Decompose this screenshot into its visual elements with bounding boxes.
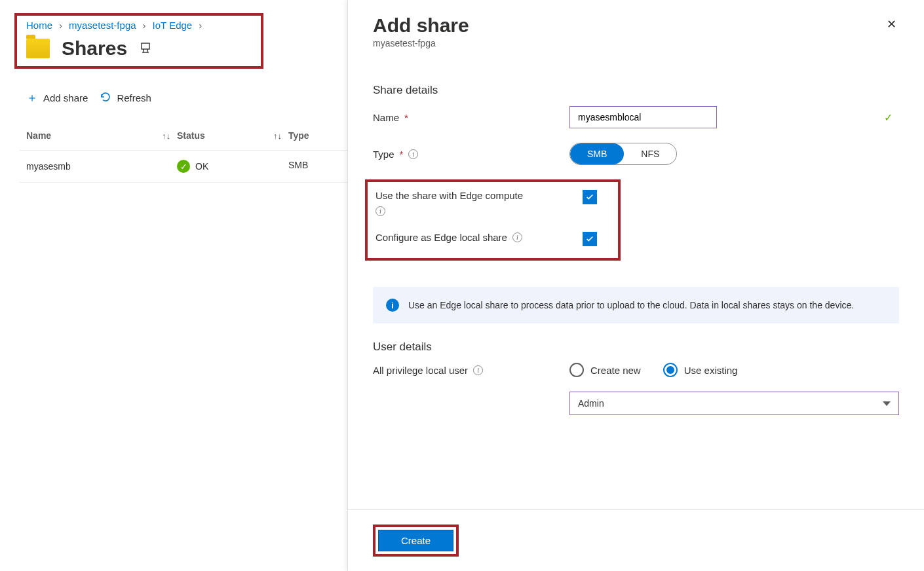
info-banner-text: Use an Edge local share to process data … <box>408 299 854 312</box>
create-highlight: Create <box>373 525 459 557</box>
table-row[interactable]: myasesmb ✓ OK SMB <box>20 151 347 183</box>
info-icon[interactable]: i <box>512 232 522 242</box>
col-type-header[interactable]: Type <box>288 130 309 141</box>
close-icon[interactable]: ✕ <box>884 14 899 34</box>
panel-title: Add share <box>373 14 469 37</box>
user-select-value: Admin <box>578 398 604 409</box>
ok-icon: ✓ <box>177 160 190 173</box>
col-status-header[interactable]: Status <box>177 130 205 141</box>
edge-compute-checkbox[interactable] <box>583 190 597 204</box>
create-button[interactable]: Create <box>378 530 453 551</box>
add-share-label: Add share <box>43 92 88 103</box>
check-icon: ✓ <box>884 111 893 124</box>
add-share-panel: Add share myasetest-fpga ✕ Share details… <box>347 0 924 571</box>
folder-icon <box>26 39 50 58</box>
row-name: myasesmb <box>26 161 71 172</box>
info-icon[interactable]: i <box>473 365 483 375</box>
breadcrumb-resource[interactable]: myasetest-fpga <box>69 20 136 31</box>
radio-use-existing[interactable]: Use existing <box>663 363 738 377</box>
type-segmented[interactable]: SMB NFS <box>569 143 677 165</box>
refresh-label: Refresh <box>117 92 151 103</box>
local-share-label: Configure as Edge local share <box>375 232 507 243</box>
sort-icon[interactable]: ↑↓ <box>162 131 177 141</box>
sort-icon[interactable]: ↑↓ <box>273 131 288 141</box>
info-banner: i Use an Edge local share to process dat… <box>373 287 899 323</box>
required-icon: * <box>400 149 404 160</box>
panel-subtitle: myasetest-fpga <box>373 38 469 48</box>
table-header: Name↑↓ Status↑↓ Type <box>20 121 347 151</box>
radio-icon <box>569 363 584 377</box>
col-name-header[interactable]: Name <box>26 130 51 141</box>
header-highlight: Home › myasetest-fpga › IoT Edge › Share… <box>14 13 263 69</box>
name-input[interactable] <box>569 106 717 128</box>
edge-options-highlight: Use the share with Edge compute i Config… <box>365 179 621 261</box>
plus-icon: ＋ <box>26 90 38 105</box>
info-banner-icon: i <box>386 299 399 312</box>
toolbar: ＋ Add share Refresh <box>0 75 347 115</box>
type-option-nfs[interactable]: NFS <box>624 143 676 164</box>
chevron-right-icon: › <box>199 20 202 31</box>
radio-create-label: Create new <box>590 365 641 376</box>
type-label: Type <box>373 149 395 160</box>
breadcrumb-section[interactable]: IoT Edge <box>153 20 193 31</box>
required-icon: * <box>404 112 408 123</box>
info-icon[interactable]: i <box>375 206 385 216</box>
share-details-heading: Share details <box>373 84 899 97</box>
svg-rect-0 <box>142 43 149 49</box>
radio-existing-label: Use existing <box>684 365 738 376</box>
info-icon[interactable]: i <box>408 149 418 159</box>
radio-create-new[interactable]: Create new <box>569 363 641 377</box>
breadcrumb: Home › myasetest-fpga › IoT Edge › <box>26 20 252 31</box>
refresh-button[interactable]: Refresh <box>100 90 151 105</box>
edge-compute-label: Use the share with Edge compute <box>375 190 523 201</box>
radio-icon <box>663 363 678 377</box>
row-status: OK <box>195 161 208 172</box>
type-option-smb[interactable]: SMB <box>570 143 624 164</box>
user-label: All privilege local user <box>373 365 468 376</box>
chevron-down-icon <box>883 401 891 406</box>
add-share-button[interactable]: ＋ Add share <box>26 90 88 105</box>
name-label: Name <box>373 112 399 123</box>
local-share-checkbox[interactable] <box>583 232 597 246</box>
refresh-icon <box>100 91 111 105</box>
breadcrumb-home[interactable]: Home <box>26 20 52 31</box>
shares-table: Name↑↓ Status↑↓ Type myasesmb ✓ OK SMB <box>20 121 347 183</box>
chevron-right-icon: › <box>59 20 62 31</box>
user-details-heading: User details <box>373 341 899 354</box>
pin-icon[interactable] <box>139 41 152 56</box>
user-select[interactable]: Admin <box>569 392 899 415</box>
chevron-right-icon: › <box>143 20 146 31</box>
row-type: SMB <box>288 160 308 170</box>
page-title: Shares <box>62 37 127 60</box>
